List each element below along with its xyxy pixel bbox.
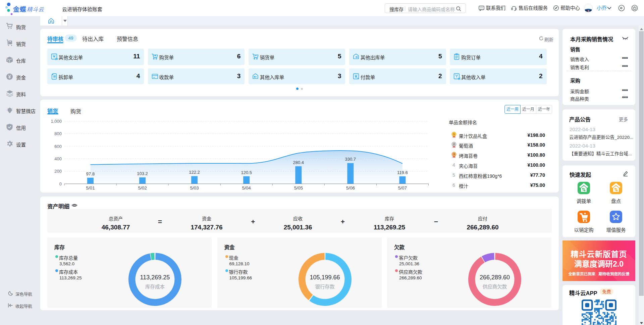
svg-text:0: 0 xyxy=(59,181,62,186)
svg-text:800: 800 xyxy=(54,131,62,136)
svg-text:2: 2 xyxy=(453,143,455,146)
svg-text:5/07: 5/07 xyxy=(398,185,407,191)
svg-text:122.2: 122.2 xyxy=(189,170,200,175)
svg-text:5/04: 5/04 xyxy=(242,185,251,191)
svg-text:1: 1 xyxy=(453,132,455,136)
svg-text:103.2: 103.2 xyxy=(137,171,148,176)
svg-text:5/06: 5/06 xyxy=(346,185,355,191)
svg-text:5/05: 5/05 xyxy=(294,185,303,191)
svg-text:5/01: 5/01 xyxy=(86,185,95,191)
svg-text:3: 3 xyxy=(453,153,455,156)
svg-text:5/02: 5/02 xyxy=(138,185,147,191)
svg-text:119.6: 119.6 xyxy=(397,170,408,175)
svg-text:200: 200 xyxy=(54,169,62,174)
svg-text:280.4: 280.4 xyxy=(293,160,304,165)
svg-text:120.5: 120.5 xyxy=(241,170,252,175)
svg-text:97.8: 97.8 xyxy=(86,171,95,176)
svg-text:330.7: 330.7 xyxy=(345,157,356,162)
svg-text:400: 400 xyxy=(54,156,62,161)
svg-text:1,000: 1,000 xyxy=(51,119,62,124)
svg-text:5/03: 5/03 xyxy=(190,185,199,191)
svg-text:600: 600 xyxy=(54,144,62,149)
